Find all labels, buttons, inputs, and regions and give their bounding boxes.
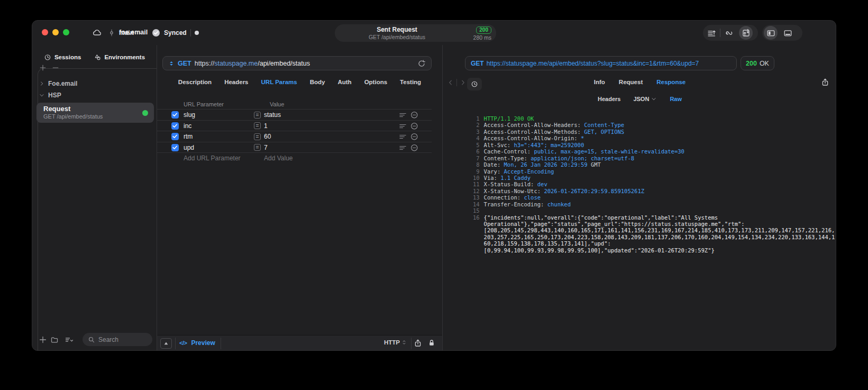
param-checkbox[interactable] <box>171 122 179 130</box>
sidebar-tab-sessions[interactable]: Sessions <box>44 53 81 61</box>
response-line: 1HTTP/1.1 200 OK <box>443 109 835 115</box>
param-row: inc = 1 <box>157 121 432 132</box>
param-options-icon[interactable] <box>399 133 407 141</box>
sync-status-label: Synced <box>164 29 187 37</box>
search-placeholder: Search <box>98 336 118 343</box>
tree-group-hsp[interactable]: HSP <box>36 89 154 101</box>
titlebar: foe.email main Synced Sent Request GET /… <box>32 21 836 45</box>
param-checkbox[interactable] <box>171 111 179 119</box>
tree-group-label: Foe.email <box>48 80 77 87</box>
tab-auth[interactable]: Auth <box>337 79 351 85</box>
tab-description[interactable]: Description <box>178 79 212 85</box>
param-name-input[interactable]: rtm <box>184 133 193 140</box>
unsaved-dot <box>195 31 199 35</box>
add-param-name[interactable]: Add URL Parameter <box>184 155 241 162</box>
sync-loop-icon[interactable] <box>720 25 737 41</box>
line-number: 7 <box>460 155 480 161</box>
code-icon: </> <box>179 340 187 346</box>
param-name-input[interactable]: upd <box>184 144 194 151</box>
response-subtabs: HeadersJSONRaw <box>443 96 836 102</box>
param-value-input[interactable]: 7 <box>264 144 268 151</box>
request-tabs: DescriptionHeadersURL ParamsBodyAuthOpti… <box>157 79 442 85</box>
param-checkbox[interactable] <box>171 133 179 140</box>
request-url-bar[interactable]: GET https://statuspage.me/api/embed/stat… <box>162 56 432 70</box>
remove-param-icon[interactable] <box>410 111 418 119</box>
sidebar-tab-environments[interactable]: Environments <box>94 53 145 61</box>
param-row: upd = 7 <box>157 142 432 153</box>
toggle-sidebar-icon[interactable] <box>764 26 778 40</box>
protocol-select[interactable]: HTTP <box>384 339 407 346</box>
add-param-value[interactable]: Add Value <box>264 155 293 162</box>
export-response-icon[interactable] <box>821 78 829 86</box>
param-name-input[interactable]: inc <box>184 122 191 130</box>
request-duration: 280 ms <box>473 34 491 41</box>
close-window-button[interactable] <box>42 29 48 35</box>
param-options-icon[interactable] <box>399 144 407 152</box>
request-method[interactable]: GET <box>178 60 191 67</box>
share-icon[interactable] <box>414 339 422 347</box>
response-subtab-headers[interactable]: Headers <box>598 96 620 102</box>
minimize-window-button[interactable] <box>52 29 59 35</box>
line-number: 12 <box>460 188 480 194</box>
session-tree: Foe.email HSP Request GET /api/embed/sta… <box>36 78 154 123</box>
tab-url-params[interactable]: URL Params <box>261 79 297 85</box>
new-folder-icon[interactable] <box>50 335 59 344</box>
sidebar-tab-label: Environments <box>104 54 145 60</box>
param-value-input[interactable]: status <box>264 111 281 119</box>
preview-button[interactable]: </> Preview <box>179 339 215 347</box>
stepper-chevrons-icon <box>401 339 407 346</box>
resend-request-icon[interactable] <box>417 59 426 68</box>
clock-icon <box>44 53 51 61</box>
line-number: 13 <box>460 194 480 201</box>
search-input[interactable]: Search <box>83 333 152 346</box>
sidebar-footer: Search <box>32 333 157 347</box>
param-options-icon[interactable] <box>399 111 407 119</box>
response-subtab-raw[interactable]: Raw <box>670 96 682 102</box>
remove-param-icon[interactable] <box>410 144 418 152</box>
param-checkbox[interactable] <box>171 144 179 151</box>
toolbar-group-right <box>762 25 802 41</box>
line-number: 11 <box>460 181 480 187</box>
sort-list-icon[interactable] <box>65 335 74 344</box>
chevron-right-icon[interactable] <box>39 80 45 87</box>
response-body[interactable]: 1HTTP/1.1 200 OK 2Access-Control-Allow-H… <box>443 109 835 351</box>
remove-param-icon[interactable] <box>410 133 418 141</box>
param-value-input[interactable]: 60 <box>264 133 271 140</box>
tree-request-item[interactable]: Request GET /api/embed/status <box>36 103 154 123</box>
response-tab-request[interactable]: Request <box>619 79 643 85</box>
remove-session-icon[interactable] <box>52 64 59 71</box>
response-tab-response[interactable]: Response <box>656 79 686 85</box>
sidebar-tabs: Sessions Environments <box>32 53 157 61</box>
project-name[interactable]: foe.email <box>119 29 148 36</box>
titlebar-divider <box>190 29 191 37</box>
tab-testing[interactable]: Testing <box>400 79 421 85</box>
request-editor: GET https://statuspage.me/api/embed/stat… <box>157 45 442 351</box>
tab-options[interactable]: Options <box>364 79 387 85</box>
chevron-down-icon[interactable] <box>39 92 45 98</box>
response-tab-info[interactable]: Info <box>594 79 605 85</box>
lock-icon[interactable] <box>427 339 436 347</box>
import-list-icon[interactable] <box>703 25 720 41</box>
tab-headers[interactable]: Headers <box>224 79 248 85</box>
line-number: 15 <box>460 207 480 214</box>
param-options-icon[interactable] <box>399 122 407 130</box>
new-request-icon[interactable] <box>39 335 47 344</box>
add-session-icon[interactable] <box>39 64 47 71</box>
send-receive-icon[interactable] <box>739 26 753 40</box>
toggle-bottom-panel-icon[interactable] <box>779 25 796 41</box>
tab-body[interactable]: Body <box>310 79 325 85</box>
collapse-panel-button[interactable] <box>160 338 172 349</box>
tree-group-foe.email[interactable]: Foe.email <box>36 78 154 89</box>
param-name-input[interactable]: slug <box>184 111 195 119</box>
response-status-badge: 200 OK <box>741 56 774 70</box>
method-stepper-icon[interactable] <box>168 60 175 67</box>
sent-request-url-bar[interactable]: GEThttps://statuspage.me/api/embed/statu… <box>465 56 737 70</box>
request-url[interactable]: https://statuspage.me/api/embed/status <box>195 60 310 67</box>
sent-request-pill[interactable]: Sent Request GET /api/embed/status 200 2… <box>335 24 496 42</box>
equals-icon: = <box>254 122 261 129</box>
response-subtab-json[interactable]: JSON <box>633 96 657 102</box>
branch-icon <box>108 29 115 37</box>
zoom-window-button[interactable] <box>63 29 69 35</box>
param-value-input[interactable]: 1 <box>264 122 268 130</box>
remove-param-icon[interactable] <box>410 122 418 130</box>
